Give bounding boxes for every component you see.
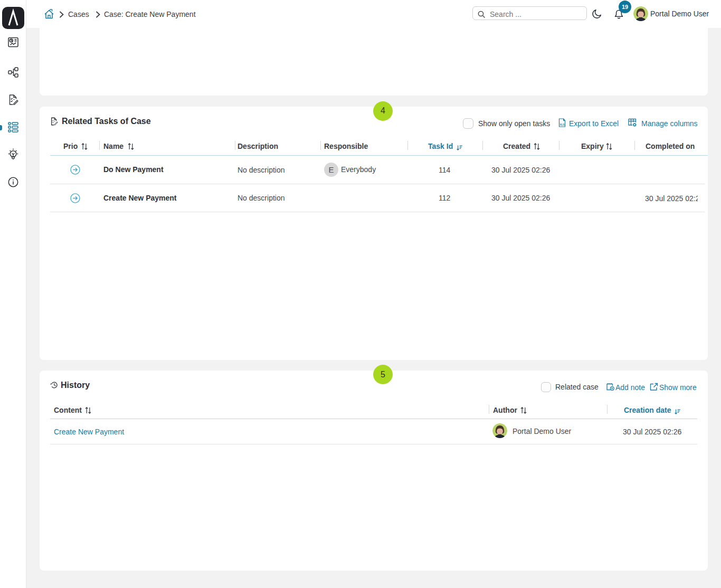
svg-text:XLS: XLS	[560, 124, 565, 126]
